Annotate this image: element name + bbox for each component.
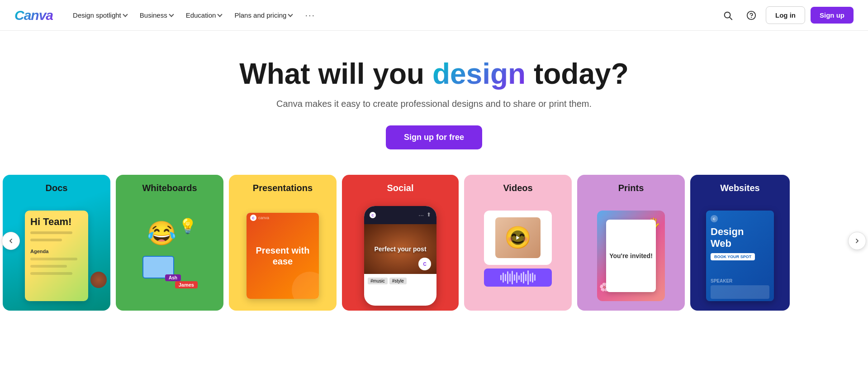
docs-avatar [90, 272, 107, 288]
search-button[interactable] [719, 6, 737, 24]
websites-logo: C [711, 215, 718, 222]
whiteboard-emoji: 😂 [147, 220, 176, 247]
card-social[interactable]: Social C ··· ⬆ Perfect your po [342, 175, 459, 311]
play-icon [515, 235, 521, 240]
header-actions: Log in Sign up [719, 6, 854, 24]
docs-agenda: Agenda [30, 249, 83, 254]
social-overlay-text: Perfect your post [374, 245, 426, 253]
arrow-right-button[interactable] [848, 232, 866, 250]
chevron-down-icon [169, 12, 174, 17]
nav-item-design-spotlight[interactable]: Design spotlight [67, 8, 133, 23]
canva-logo-mini: C [250, 215, 256, 221]
logo[interactable]: Canva [14, 8, 53, 23]
whiteboard-bulb-icon: 💡 [179, 217, 197, 235]
card-websites-label: Websites [690, 183, 790, 193]
help-button[interactable] [742, 6, 760, 24]
card-docs-label: Docs [3, 183, 110, 193]
cards-container: Docs Hi Team! Agenda Whiteboards � [0, 171, 868, 311]
card-prints-label: Prints [577, 183, 685, 193]
websites-title: DesignWeb [711, 226, 769, 249]
login-button[interactable]: Log in [766, 6, 805, 24]
card-websites[interactable]: Websites C DesignWeb BOOK YOUR SPOT SPEA… [690, 175, 790, 311]
hero-title: What will you design today? [9, 58, 859, 90]
card-presentations-label: Presentations [229, 183, 337, 193]
card-presentations[interactable]: Presentations C canva Present with ease [229, 175, 337, 311]
websites-speaker: SPEAKER [711, 278, 769, 283]
canva-social-logo: C [370, 212, 376, 218]
arrow-left-button[interactable] [2, 232, 20, 250]
cards-section: Docs Hi Team! Agenda Whiteboards � [0, 171, 868, 311]
hero-subtitle: Canva makes it easy to create profession… [9, 99, 859, 109]
card-prints[interactable]: Prints 🖐️ 🌸 You're invited! [577, 175, 685, 311]
nav-more-button[interactable]: ··· [299, 6, 321, 24]
svg-marker-4 [517, 236, 520, 240]
chevron-down-icon [123, 12, 128, 17]
svg-line-1 [730, 17, 732, 19]
nav-item-education[interactable]: Education [180, 8, 228, 23]
card-videos[interactable]: Videos 😊 [464, 175, 572, 311]
signup-free-button[interactable]: Sign up for free [386, 125, 482, 149]
chevron-down-icon [218, 12, 223, 17]
card-whiteboards-label: Whiteboards [116, 183, 223, 193]
pres-text: Present with ease [247, 245, 319, 267]
nav-item-business[interactable]: Business [134, 8, 179, 23]
card-social-label: Social [342, 183, 459, 193]
card-videos-label: Videos [464, 183, 572, 193]
websites-book-btn[interactable]: BOOK YOUR SPOT [711, 253, 755, 260]
chevron-left-icon [7, 237, 14, 245]
nav-item-plans-pricing[interactable]: Plans and pricing [229, 8, 298, 23]
hero-section: What will you design today? Canva makes … [0, 31, 868, 171]
chevron-down-icon [288, 12, 293, 17]
signup-button[interactable]: Sign up [811, 7, 854, 24]
chevron-right-icon [854, 237, 861, 245]
main-nav: Design spotlight Business Education Plan… [67, 6, 719, 24]
card-whiteboards[interactable]: Whiteboards 😂 💡 James Ash [116, 175, 223, 311]
search-icon [723, 10, 733, 20]
video-play-button[interactable] [511, 230, 525, 245]
docs-greeting: Hi Team! [30, 216, 83, 228]
prints-invite-text: You're invited! [609, 252, 653, 260]
header: Canva Design spotlight Business Educatio… [0, 0, 868, 31]
help-icon [746, 10, 756, 20]
